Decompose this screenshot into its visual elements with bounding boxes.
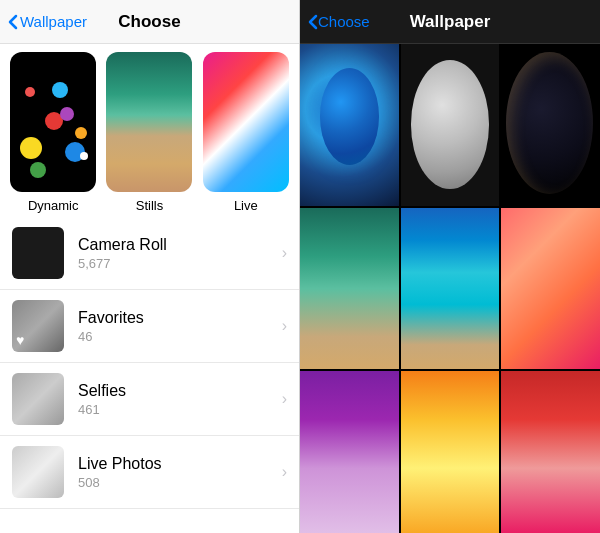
camera-roll-count: 5,677 (78, 256, 282, 271)
left-nav-bar: Wallpaper Choose (0, 0, 299, 44)
left-panel: Wallpaper Choose Dynami (0, 0, 300, 533)
live-photos-count: 508 (78, 475, 282, 490)
live-image (203, 52, 289, 192)
selfies-count: 461 (78, 402, 282, 417)
selfies-name: Selfies (78, 382, 282, 400)
live-photos-name: Live Photos (78, 455, 282, 473)
dynamic-thumb (10, 52, 96, 192)
list-item-favorites[interactable]: ♥ Favorites 46 › (0, 290, 299, 363)
live-label: Live (234, 198, 258, 213)
wallpaper-grid (300, 44, 600, 533)
stills-image (106, 52, 192, 192)
live-photos-info: Live Photos 508 (78, 455, 282, 490)
selfies-info: Selfies 461 (78, 382, 282, 417)
dot (25, 87, 35, 97)
left-back-label: Wallpaper (20, 13, 87, 30)
selfies-chevron: › (282, 390, 287, 408)
dot (80, 152, 88, 160)
album-list: Camera Roll 5,677 › ♥ Favorites 46 › (0, 217, 299, 533)
wallpaper-flowers[interactable] (501, 371, 600, 533)
right-chevron-icon (308, 14, 318, 30)
category-row: Dynamic Stills Live (0, 44, 299, 217)
left-nav-title: Choose (118, 12, 180, 32)
category-dynamic[interactable]: Dynamic (8, 52, 98, 213)
right-nav-bar: Choose Wallpaper (300, 0, 600, 44)
live-photos-thumb (12, 446, 64, 498)
favorites-thumb: ♥ (12, 300, 64, 352)
wallpaper-abstract[interactable] (501, 208, 600, 370)
favorites-image: ♥ (12, 300, 64, 352)
right-back-button[interactable]: Choose (308, 13, 370, 30)
camera-roll-thumb (12, 227, 64, 279)
category-stills[interactable]: Stills (104, 52, 194, 213)
wallpaper-purple[interactable] (300, 371, 399, 533)
camera-roll-image (12, 227, 64, 279)
stills-label: Stills (136, 198, 163, 213)
heart-icon: ♥ (16, 332, 24, 348)
dot (75, 127, 87, 139)
favorites-info: Favorites 46 (78, 309, 282, 344)
selfies-image (12, 373, 64, 425)
selfies-thumb (12, 373, 64, 425)
list-item-selfies[interactable]: Selfies 461 › (0, 363, 299, 436)
favorites-count: 46 (78, 329, 282, 344)
dynamic-image (10, 52, 96, 192)
dot (52, 82, 68, 98)
wallpaper-moon[interactable] (401, 44, 500, 206)
stills-thumb (106, 52, 192, 192)
wallpaper-orange[interactable] (401, 371, 500, 533)
list-item-camera-roll[interactable]: Camera Roll 5,677 › (0, 217, 299, 290)
left-chevron-icon (8, 14, 18, 30)
wallpaper-earth[interactable] (300, 44, 399, 206)
list-item-live-photos[interactable]: Live Photos 508 › (0, 436, 299, 509)
favorites-name: Favorites (78, 309, 282, 327)
live-photos-image (12, 446, 64, 498)
right-panel: Choose Wallpaper (300, 0, 600, 533)
camera-roll-name: Camera Roll (78, 236, 282, 254)
camera-roll-info: Camera Roll 5,677 (78, 236, 282, 271)
wallpaper-ocean[interactable] (300, 208, 399, 370)
right-nav-title: Wallpaper (410, 12, 491, 32)
dot (60, 107, 74, 121)
wallpaper-teal-wave[interactable] (401, 208, 500, 370)
live-thumb (203, 52, 289, 192)
camera-roll-chevron: › (282, 244, 287, 262)
dot (20, 137, 42, 159)
favorites-chevron: › (282, 317, 287, 335)
category-live[interactable]: Live (201, 52, 291, 213)
dynamic-label: Dynamic (28, 198, 79, 213)
wallpaper-night-earth[interactable] (501, 44, 600, 206)
dot (30, 162, 46, 178)
left-back-button[interactable]: Wallpaper (8, 13, 87, 30)
live-photos-chevron: › (282, 463, 287, 481)
right-back-label: Choose (318, 13, 370, 30)
